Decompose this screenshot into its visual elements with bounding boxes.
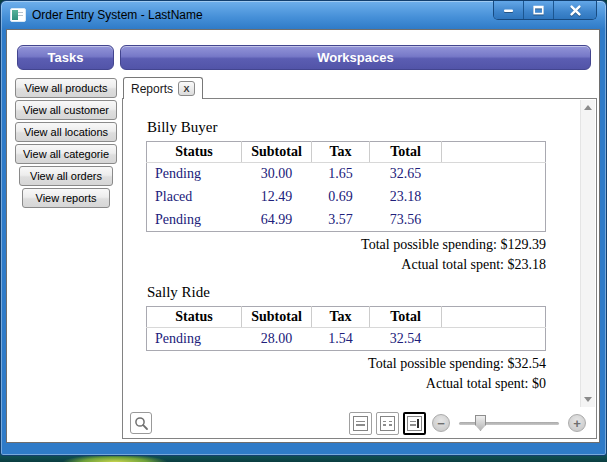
column-header-tax: Tax [312, 307, 370, 328]
reports-panel: Billy Buyer Status Subtotal Tax Total [122, 98, 597, 439]
two-column-icon [380, 416, 395, 431]
sidebar-item-view-all-categories[interactable]: View all categorie [15, 144, 117, 164]
cell-tax: 1.54 [312, 328, 370, 351]
total-possible-spending: Total possible spending: $129.39 [146, 235, 546, 255]
column-header-tax: Tax [312, 142, 370, 163]
cell-subtotal: 12.49 [242, 186, 312, 209]
cell-total: 73.56 [370, 209, 442, 232]
sidebar-item-label: View all orders [30, 170, 102, 182]
tab-close-button[interactable]: X [178, 81, 195, 96]
column-header-status: Status [147, 307, 242, 328]
search-button[interactable] [130, 412, 152, 434]
cell-subtotal: 28.00 [242, 328, 312, 351]
sidebar-item-label: View all categorie [23, 148, 109, 160]
cell-total: 32.54 [370, 328, 442, 351]
maximize-button[interactable] [524, 1, 554, 19]
view-thumbnails-button[interactable] [403, 412, 426, 435]
column-header-filler [442, 142, 546, 163]
zoom-in-button[interactable]: + [568, 414, 586, 432]
tab-label: Reports [131, 82, 173, 96]
column-header-total: Total [370, 142, 442, 163]
panel-toolbar: − + [123, 408, 596, 438]
view-and-zoom-controls: − + [349, 412, 588, 435]
column-header-filler [442, 307, 546, 328]
customer-name: Sally Ride [147, 284, 580, 301]
maximize-icon [533, 5, 544, 15]
minimize-icon [503, 5, 514, 16]
app-icon [10, 8, 26, 22]
scroll-up-icon[interactable] [584, 105, 592, 110]
client-area: Tasks Workspaces View all products View … [6, 29, 600, 443]
close-button[interactable] [554, 1, 596, 19]
customer-name: Billy Buyer [147, 119, 580, 136]
cell-subtotal: 64.99 [242, 209, 312, 232]
sidebar-item-label: View all locations [24, 126, 108, 138]
page-with-sidebar-icon [407, 416, 422, 431]
minimize-button[interactable] [494, 1, 524, 19]
view-two-column-button[interactable] [376, 412, 399, 435]
column-header-total: Total [370, 307, 442, 328]
customer-report-sally: Sally Ride Status Subtotal Tax Total [146, 284, 580, 394]
vertical-scrollbar[interactable] [580, 100, 595, 407]
plus-icon: + [573, 417, 581, 430]
sidebar-item-label: View all customer [23, 104, 109, 116]
tab-reports[interactable]: Reports X [123, 77, 203, 99]
zoom-slider-thumb[interactable] [475, 415, 486, 431]
close-icon [570, 5, 581, 16]
caption-buttons [493, 1, 597, 20]
table-row[interactable]: Pending 30.00 1.65 32.65 [147, 163, 546, 186]
sidebar-item-view-all-products[interactable]: View all products [15, 78, 117, 98]
table-header-row: Status Subtotal Tax Total [147, 307, 546, 328]
cell-status: Placed [147, 186, 242, 209]
workspaces-label: Workspaces [317, 50, 393, 65]
view-single-page-button[interactable] [349, 412, 372, 435]
summary-lines: Total possible spending: $32.54 Actual t… [146, 354, 546, 394]
sidebar-item-label: View reports [36, 192, 97, 204]
cell-tax: 1.65 [312, 163, 370, 186]
sidebar-item-view-all-customers[interactable]: View all customer [15, 100, 117, 120]
column-header-status: Status [147, 142, 242, 163]
search-icon [134, 416, 149, 431]
cell-total: 32.65 [370, 163, 442, 186]
orders-table: Status Subtotal Tax Total Pending 30.00 [146, 141, 546, 232]
scroll-down-icon[interactable] [584, 397, 592, 402]
customer-report-billy: Billy Buyer Status Subtotal Tax Total [146, 119, 580, 275]
sidebar-item-label: View all products [25, 82, 108, 94]
sidebar-item-view-all-orders[interactable]: View all orders [19, 166, 113, 186]
cell-tax: 3.57 [312, 209, 370, 232]
sidebar-item-view-reports[interactable]: View reports [22, 188, 110, 208]
zoom-out-button[interactable]: − [432, 414, 450, 432]
workspaces-header-button[interactable]: Workspaces [120, 45, 591, 70]
cell-tax: 0.69 [312, 186, 370, 209]
report-content: Billy Buyer Status Subtotal Tax Total [123, 99, 580, 408]
table-row[interactable]: Placed 12.49 0.69 23.18 [147, 186, 546, 209]
cell-status: Pending [147, 328, 242, 351]
column-header-subtotal: Subtotal [242, 142, 312, 163]
tasks-label: Tasks [48, 50, 84, 65]
total-possible-spending: Total possible spending: $32.54 [146, 354, 546, 374]
actual-total-spent: Actual total spent: $23.18 [146, 255, 546, 275]
zoom-slider[interactable] [459, 414, 559, 432]
tasks-header-button[interactable]: Tasks [17, 45, 114, 70]
app-window: Order Entry System - LastName Tasks Work… [0, 0, 607, 456]
table-row[interactable]: Pending 28.00 1.54 32.54 [147, 328, 546, 351]
table-header-row: Status Subtotal Tax Total [147, 142, 546, 163]
cell-subtotal: 30.00 [242, 163, 312, 186]
cell-status: Pending [147, 163, 242, 186]
close-x-icon: X [184, 84, 190, 94]
minus-icon: − [437, 417, 445, 430]
zoom-slider-track[interactable] [459, 422, 559, 425]
actual-total-spent: Actual total spent: $0 [146, 374, 546, 394]
orders-table: Status Subtotal Tax Total Pending 28.00 [146, 306, 546, 351]
column-header-subtotal: Subtotal [242, 307, 312, 328]
sidebar-item-view-all-locations[interactable]: View all locations [15, 122, 117, 142]
window-title: Order Entry System - LastName [32, 8, 203, 22]
single-page-icon [353, 416, 368, 431]
cell-total: 23.18 [370, 186, 442, 209]
summary-lines: Total possible spending: $129.39 Actual … [146, 235, 546, 275]
cell-status: Pending [147, 209, 242, 232]
table-row[interactable]: Pending 64.99 3.57 73.56 [147, 209, 546, 232]
